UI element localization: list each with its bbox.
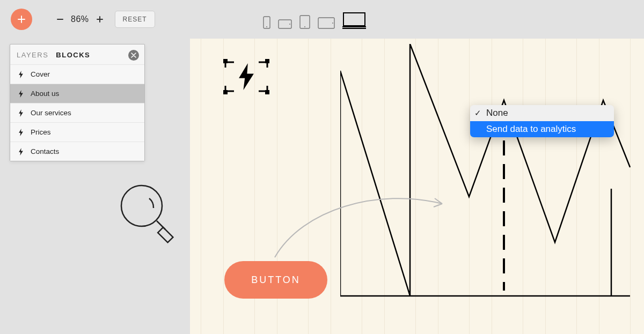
svg-point-12	[121, 185, 162, 226]
zoom-out-button[interactable]	[54, 13, 67, 26]
panel-item-our-services[interactable]: Our services	[10, 103, 144, 122]
phone-icon	[263, 16, 270, 29]
svg-rect-6	[318, 18, 334, 28]
grid-line	[545, 39, 546, 334]
resize-handle[interactable]	[223, 59, 228, 63]
zoom-controls: 86%	[54, 13, 106, 26]
magnifier-icon	[116, 182, 180, 247]
selected-element-amp[interactable]	[224, 60, 268, 93]
lightning-bolt-icon	[237, 63, 255, 90]
panel-item-prices[interactable]: Prices	[10, 122, 144, 142]
svg-rect-8	[343, 13, 365, 26]
lightning-bolt-icon	[18, 90, 24, 98]
grid-line	[576, 39, 577, 334]
desktop-icon	[342, 12, 366, 28]
lightning-bolt-icon	[18, 129, 24, 136]
grid-line	[223, 39, 224, 334]
grid-line	[438, 39, 438, 334]
grid-line	[469, 39, 470, 334]
svg-point-3	[289, 24, 290, 25]
lightning-bolt-icon	[18, 71, 24, 78]
blocks-panel: LAYERS BLOCKS Cover About us Our service…	[10, 44, 145, 161]
panel-item-contacts[interactable]: Contacts	[10, 142, 144, 161]
grid-line	[630, 39, 631, 334]
top-toolbar: 86% RESET	[0, 0, 644, 39]
tab-blocks[interactable]: BLOCKS	[56, 51, 90, 59]
dropdown-option-send-analytics[interactable]: Send data to analytics	[470, 121, 614, 137]
resize-handle[interactable]	[265, 90, 269, 94]
dropdown-item-label: Send data to analytics	[486, 124, 576, 134]
plus-icon	[17, 14, 26, 24]
svg-point-5	[304, 26, 305, 27]
close-icon	[131, 53, 136, 58]
device-desktop[interactable]	[342, 12, 366, 29]
tab-layers[interactable]: LAYERS	[17, 51, 48, 59]
tablet-portrait-icon	[299, 15, 310, 29]
tablet-landscape-icon	[318, 17, 335, 29]
device-phone[interactable]	[263, 16, 270, 29]
panel-item-label: Cover	[31, 70, 50, 78]
panel-list: Cover About us Our services Prices Conta…	[10, 64, 144, 161]
action-dropdown: ✓ None Send data to analytics	[470, 105, 614, 137]
check-icon: ✓	[474, 108, 481, 118]
grid-line	[415, 39, 416, 334]
svg-point-7	[332, 23, 333, 24]
device-tablet-landscape[interactable]	[318, 17, 335, 29]
panel-item-about-us[interactable]: About us	[10, 84, 144, 103]
resize-handle[interactable]	[223, 90, 228, 94]
device-tablet-portrait[interactable]	[299, 15, 310, 29]
grid-line	[599, 39, 599, 334]
lightning-bolt-icon	[18, 109, 24, 117]
plus-icon	[96, 16, 104, 23]
zoom-in-button[interactable]	[93, 13, 106, 26]
tablet-landscape-small-icon	[278, 19, 292, 29]
grid-line	[331, 39, 331, 334]
resize-handle[interactable]	[265, 59, 269, 63]
svg-point-1	[266, 26, 267, 27]
lightning-bolt-icon	[18, 148, 24, 155]
dropdown-item-label: None	[486, 108, 508, 118]
canvas-button-element[interactable]: BUTTON	[224, 261, 327, 299]
device-tablet-small-landscape[interactable]	[278, 19, 292, 29]
device-selector	[263, 12, 366, 29]
reset-button[interactable]: RESET	[115, 11, 155, 28]
panel-item-label: About us	[31, 90, 59, 98]
add-button[interactable]	[11, 9, 32, 30]
panel-item-label: Prices	[31, 128, 51, 136]
grid-line	[362, 39, 362, 334]
panel-header: LAYERS BLOCKS	[10, 44, 144, 64]
chart-polyline	[340, 44, 641, 312]
dropdown-option-none[interactable]: ✓ None	[470, 105, 614, 121]
panel-item-label: Our services	[31, 109, 71, 117]
grid-line	[523, 39, 523, 334]
grid-line	[201, 39, 201, 334]
panel-item-cover[interactable]: Cover	[10, 64, 144, 84]
zoom-value: 86%	[71, 14, 89, 24]
minus-icon	[56, 16, 64, 23]
canvas[interactable]: BUTTON	[190, 39, 644, 334]
canvas-button-label: BUTTON	[251, 274, 301, 286]
svg-rect-14	[158, 227, 173, 242]
panel-item-label: Contacts	[31, 147, 59, 155]
grid-line	[384, 39, 385, 334]
panel-close-button[interactable]	[128, 50, 139, 61]
grid-line	[492, 39, 492, 334]
